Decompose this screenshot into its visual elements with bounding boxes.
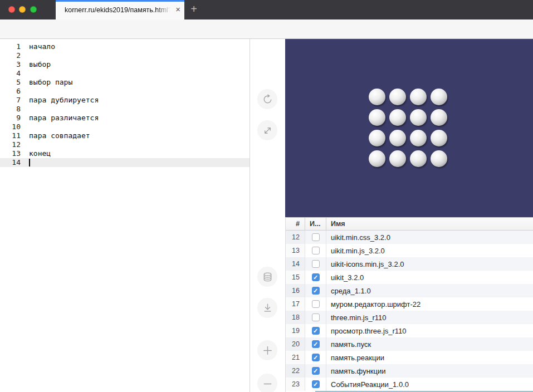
file-checkbox[interactable]: ✓ bbox=[312, 287, 320, 295]
editor-line: 5выбор пары bbox=[0, 78, 250, 87]
file-name: three.min.js_r110 bbox=[326, 311, 533, 324]
memory-sphere[interactable] bbox=[431, 130, 447, 146]
refresh-icon bbox=[261, 93, 274, 106]
file-row[interactable]: 14uikit-icons.min.js_3.2.0 bbox=[286, 257, 533, 271]
file-checkbox[interactable]: ✓ bbox=[312, 354, 320, 361]
close-window-button[interactable] bbox=[8, 6, 15, 13]
column-header-number[interactable]: # bbox=[286, 218, 305, 230]
file-checkbox[interactable]: ✓ bbox=[312, 380, 320, 388]
file-name: память.функции bbox=[326, 364, 533, 378]
file-checkbox-cell: ✓ bbox=[305, 364, 326, 378]
file-checkbox[interactable]: ✓ bbox=[312, 367, 320, 375]
memory-sphere[interactable] bbox=[431, 109, 447, 126]
file-checkbox[interactable] bbox=[312, 300, 320, 308]
file-checkbox[interactable]: ✓ bbox=[312, 327, 320, 335]
3d-viewport[interactable] bbox=[285, 39, 533, 217]
memory-sphere[interactable] bbox=[389, 109, 406, 126]
file-checkbox[interactable] bbox=[312, 247, 320, 254]
file-name: СобытияРеакции_1.0.0 bbox=[326, 378, 533, 391]
file-row[interactable]: 23✓СобытияРеакции_1.0.0 bbox=[286, 378, 533, 391]
editor-line: 11пара совпадает bbox=[0, 131, 250, 140]
browser-tab[interactable]: kornerr.ru/ekids2019/память.html?0 × bbox=[56, 0, 184, 19]
line-number: 12 bbox=[0, 140, 21, 149]
column-header-used[interactable]: И... bbox=[305, 218, 326, 230]
file-row[interactable]: 20✓память.пуск bbox=[286, 337, 533, 351]
file-name: uikit-icons.min.js_3.2.0 bbox=[326, 257, 533, 271]
remove-button[interactable] bbox=[257, 374, 277, 392]
expand-icon bbox=[261, 124, 274, 137]
file-row[interactable]: 17муром.редактор.шрифт-22 bbox=[286, 297, 533, 311]
memory-sphere[interactable] bbox=[431, 150, 447, 167]
memory-sphere[interactable] bbox=[389, 150, 406, 167]
file-row[interactable]: 13uikit.min.js_3.2.0 bbox=[286, 244, 533, 257]
file-row-number: 13 bbox=[286, 244, 305, 257]
memory-sphere[interactable] bbox=[410, 109, 427, 126]
close-tab-icon[interactable]: × bbox=[175, 0, 180, 19]
file-row-number: 16 bbox=[286, 284, 305, 297]
file-row[interactable]: 19✓просмотр.three.js_r110 bbox=[286, 324, 533, 337]
file-checkbox-cell bbox=[305, 231, 326, 244]
editor-line: 13конец bbox=[0, 149, 250, 158]
column-header-name[interactable]: Имя bbox=[326, 218, 533, 230]
text-cursor bbox=[29, 159, 30, 166]
editor-line: 7пара дублируется bbox=[0, 96, 250, 105]
file-checkbox[interactable]: ✓ bbox=[312, 273, 320, 281]
file-name: uikit_3.2.0 bbox=[326, 271, 533, 284]
line-number: 6 bbox=[0, 87, 21, 96]
file-checkbox-cell: ✓ bbox=[305, 284, 326, 297]
file-checkbox-cell bbox=[305, 257, 326, 271]
file-row[interactable]: 16✓среда_1.1.0 bbox=[286, 284, 533, 297]
line-text: пара дублируется bbox=[21, 96, 99, 105]
file-row-number: 17 bbox=[286, 297, 305, 311]
code-editor[interactable]: 1начало23выбор45выбор пары67пара дублиру… bbox=[0, 39, 250, 392]
file-row[interactable]: 15✓uikit_3.2.0 bbox=[286, 271, 533, 284]
memory-sphere[interactable] bbox=[410, 150, 427, 167]
file-name: память.пуск bbox=[326, 337, 533, 351]
file-row-number: 14 bbox=[286, 257, 305, 271]
editor-line: 9пара различается bbox=[0, 114, 250, 122]
expand-button[interactable] bbox=[257, 120, 277, 140]
refresh-button[interactable] bbox=[257, 89, 277, 109]
fullscreen-window-button[interactable] bbox=[30, 6, 37, 13]
file-row-number: 22 bbox=[286, 364, 305, 378]
line-text: выбор bbox=[21, 60, 51, 69]
new-tab-button[interactable]: + bbox=[187, 0, 201, 19]
line-number: 1 bbox=[0, 42, 21, 51]
memory-sphere[interactable] bbox=[369, 130, 385, 146]
file-row[interactable]: 21✓память.реакции bbox=[286, 351, 533, 364]
memory-sphere[interactable] bbox=[410, 89, 427, 105]
database-button[interactable] bbox=[257, 267, 277, 287]
file-checkbox-cell bbox=[305, 297, 326, 311]
line-number: 5 bbox=[0, 78, 21, 87]
file-name: муром.редактор.шрифт-22 bbox=[326, 297, 533, 311]
file-checkbox-cell: ✓ bbox=[305, 271, 326, 284]
file-table-header: # И... Имя bbox=[286, 217, 533, 231]
file-checkbox[interactable] bbox=[312, 313, 320, 321]
line-text: пара совпадает bbox=[21, 131, 90, 140]
memory-sphere[interactable] bbox=[431, 89, 447, 105]
file-name: память.реакции bbox=[326, 351, 533, 364]
download-button[interactable] bbox=[257, 298, 277, 318]
memory-sphere[interactable] bbox=[389, 89, 406, 105]
line-number: 14 bbox=[0, 158, 21, 167]
database-icon bbox=[261, 271, 274, 283]
line-text: пара различается bbox=[21, 114, 99, 122]
file-row[interactable]: 22✓память.функции bbox=[286, 364, 533, 378]
file-checkbox-cell: ✓ bbox=[305, 324, 326, 337]
minimize-window-button[interactable] bbox=[19, 6, 26, 13]
file-row[interactable]: 12uikit.min.css_3.2.0 bbox=[286, 231, 533, 244]
file-checkbox[interactable] bbox=[312, 233, 320, 241]
memory-sphere[interactable] bbox=[369, 89, 385, 105]
file-row[interactable]: 18three.min.js_r110 bbox=[286, 311, 533, 324]
add-button[interactable] bbox=[257, 340, 277, 360]
line-number: 2 bbox=[0, 51, 21, 60]
file-checkbox-cell: ✓ bbox=[305, 351, 326, 364]
file-checkbox[interactable]: ✓ bbox=[312, 340, 320, 348]
file-checkbox[interactable] bbox=[312, 260, 320, 268]
file-row-number: 12 bbox=[286, 231, 305, 244]
memory-sphere[interactable] bbox=[389, 130, 406, 146]
memory-sphere[interactable] bbox=[410, 130, 427, 146]
memory-sphere[interactable] bbox=[369, 150, 385, 167]
memory-sphere[interactable] bbox=[369, 109, 385, 126]
file-table: # И... Имя 12uikit.min.css_3.2.013uikit.… bbox=[285, 217, 533, 392]
